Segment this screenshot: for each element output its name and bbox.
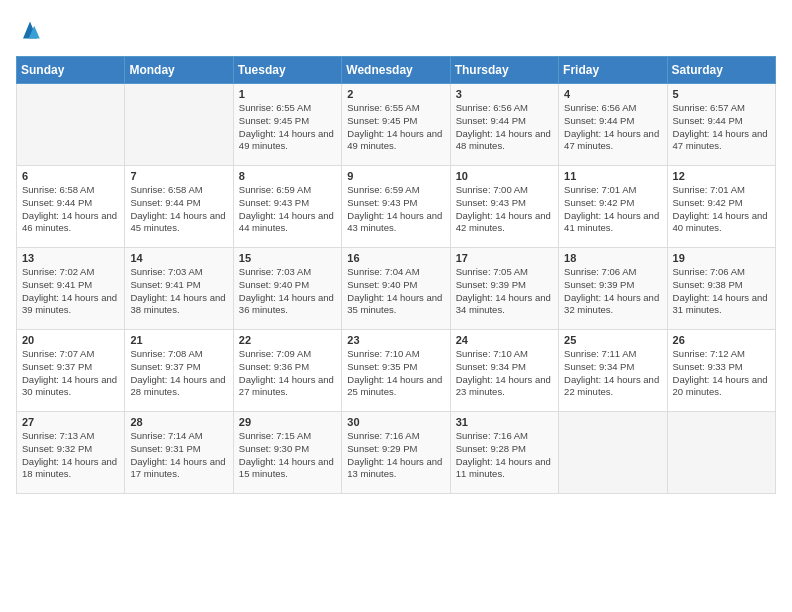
day-info: Sunrise: 7:03 AM Sunset: 9:41 PM Dayligh…	[130, 266, 227, 317]
day-info: Sunrise: 7:09 AM Sunset: 9:36 PM Dayligh…	[239, 348, 336, 399]
day-number: 28	[130, 416, 227, 428]
day-info: Sunrise: 7:07 AM Sunset: 9:37 PM Dayligh…	[22, 348, 119, 399]
calendar-day: 19Sunrise: 7:06 AM Sunset: 9:38 PM Dayli…	[667, 248, 775, 330]
weekday-header-row: SundayMondayTuesdayWednesdayThursdayFrid…	[17, 57, 776, 84]
day-info: Sunrise: 6:56 AM Sunset: 9:44 PM Dayligh…	[564, 102, 661, 153]
weekday-header-wednesday: Wednesday	[342, 57, 450, 84]
calendar-week-1: 1Sunrise: 6:55 AM Sunset: 9:45 PM Daylig…	[17, 84, 776, 166]
calendar-day: 4Sunrise: 6:56 AM Sunset: 9:44 PM Daylig…	[559, 84, 667, 166]
day-info: Sunrise: 7:12 AM Sunset: 9:33 PM Dayligh…	[673, 348, 770, 399]
day-info: Sunrise: 7:03 AM Sunset: 9:40 PM Dayligh…	[239, 266, 336, 317]
calendar-day: 28Sunrise: 7:14 AM Sunset: 9:31 PM Dayli…	[125, 412, 233, 494]
day-number: 12	[673, 170, 770, 182]
day-info: Sunrise: 7:16 AM Sunset: 9:28 PM Dayligh…	[456, 430, 553, 481]
calendar-day	[125, 84, 233, 166]
calendar-day: 7Sunrise: 6:58 AM Sunset: 9:44 PM Daylig…	[125, 166, 233, 248]
calendar-day: 3Sunrise: 6:56 AM Sunset: 9:44 PM Daylig…	[450, 84, 558, 166]
day-number: 31	[456, 416, 553, 428]
day-number: 4	[564, 88, 661, 100]
calendar-day: 6Sunrise: 6:58 AM Sunset: 9:44 PM Daylig…	[17, 166, 125, 248]
calendar-week-4: 20Sunrise: 7:07 AM Sunset: 9:37 PM Dayli…	[17, 330, 776, 412]
day-info: Sunrise: 7:00 AM Sunset: 9:43 PM Dayligh…	[456, 184, 553, 235]
day-number: 1	[239, 88, 336, 100]
day-number: 8	[239, 170, 336, 182]
day-number: 16	[347, 252, 444, 264]
logo-icon	[16, 16, 44, 44]
calendar-day: 30Sunrise: 7:16 AM Sunset: 9:29 PM Dayli…	[342, 412, 450, 494]
day-info: Sunrise: 7:13 AM Sunset: 9:32 PM Dayligh…	[22, 430, 119, 481]
weekday-header-sunday: Sunday	[17, 57, 125, 84]
day-number: 7	[130, 170, 227, 182]
calendar-day: 14Sunrise: 7:03 AM Sunset: 9:41 PM Dayli…	[125, 248, 233, 330]
day-number: 23	[347, 334, 444, 346]
day-number: 3	[456, 88, 553, 100]
calendar-day: 8Sunrise: 6:59 AM Sunset: 9:43 PM Daylig…	[233, 166, 341, 248]
weekday-header-monday: Monday	[125, 57, 233, 84]
calendar-body: 1Sunrise: 6:55 AM Sunset: 9:45 PM Daylig…	[17, 84, 776, 494]
day-info: Sunrise: 7:01 AM Sunset: 9:42 PM Dayligh…	[673, 184, 770, 235]
day-number: 9	[347, 170, 444, 182]
calendar-table: SundayMondayTuesdayWednesdayThursdayFrid…	[16, 56, 776, 494]
day-number: 21	[130, 334, 227, 346]
day-number: 30	[347, 416, 444, 428]
day-number: 26	[673, 334, 770, 346]
day-number: 17	[456, 252, 553, 264]
day-info: Sunrise: 7:02 AM Sunset: 9:41 PM Dayligh…	[22, 266, 119, 317]
day-number: 14	[130, 252, 227, 264]
day-info: Sunrise: 7:16 AM Sunset: 9:29 PM Dayligh…	[347, 430, 444, 481]
day-number: 25	[564, 334, 661, 346]
calendar-day: 21Sunrise: 7:08 AM Sunset: 9:37 PM Dayli…	[125, 330, 233, 412]
day-number: 20	[22, 334, 119, 346]
calendar-day: 9Sunrise: 6:59 AM Sunset: 9:43 PM Daylig…	[342, 166, 450, 248]
day-number: 27	[22, 416, 119, 428]
calendar-week-2: 6Sunrise: 6:58 AM Sunset: 9:44 PM Daylig…	[17, 166, 776, 248]
calendar-day: 26Sunrise: 7:12 AM Sunset: 9:33 PM Dayli…	[667, 330, 775, 412]
day-info: Sunrise: 7:15 AM Sunset: 9:30 PM Dayligh…	[239, 430, 336, 481]
calendar-day: 29Sunrise: 7:15 AM Sunset: 9:30 PM Dayli…	[233, 412, 341, 494]
day-number: 22	[239, 334, 336, 346]
day-number: 19	[673, 252, 770, 264]
day-info: Sunrise: 6:58 AM Sunset: 9:44 PM Dayligh…	[22, 184, 119, 235]
calendar-day	[17, 84, 125, 166]
day-info: Sunrise: 7:08 AM Sunset: 9:37 PM Dayligh…	[130, 348, 227, 399]
calendar-day: 15Sunrise: 7:03 AM Sunset: 9:40 PM Dayli…	[233, 248, 341, 330]
calendar-day	[667, 412, 775, 494]
calendar-day: 17Sunrise: 7:05 AM Sunset: 9:39 PM Dayli…	[450, 248, 558, 330]
calendar-day: 25Sunrise: 7:11 AM Sunset: 9:34 PM Dayli…	[559, 330, 667, 412]
logo	[16, 16, 48, 44]
day-number: 2	[347, 88, 444, 100]
calendar-day: 1Sunrise: 6:55 AM Sunset: 9:45 PM Daylig…	[233, 84, 341, 166]
calendar-week-3: 13Sunrise: 7:02 AM Sunset: 9:41 PM Dayli…	[17, 248, 776, 330]
calendar-day: 12Sunrise: 7:01 AM Sunset: 9:42 PM Dayli…	[667, 166, 775, 248]
calendar-day: 16Sunrise: 7:04 AM Sunset: 9:40 PM Dayli…	[342, 248, 450, 330]
day-number: 10	[456, 170, 553, 182]
calendar-day: 13Sunrise: 7:02 AM Sunset: 9:41 PM Dayli…	[17, 248, 125, 330]
day-info: Sunrise: 7:05 AM Sunset: 9:39 PM Dayligh…	[456, 266, 553, 317]
day-info: Sunrise: 6:55 AM Sunset: 9:45 PM Dayligh…	[239, 102, 336, 153]
calendar-day: 27Sunrise: 7:13 AM Sunset: 9:32 PM Dayli…	[17, 412, 125, 494]
calendar-day: 23Sunrise: 7:10 AM Sunset: 9:35 PM Dayli…	[342, 330, 450, 412]
calendar-header: SundayMondayTuesdayWednesdayThursdayFrid…	[17, 57, 776, 84]
day-info: Sunrise: 7:10 AM Sunset: 9:35 PM Dayligh…	[347, 348, 444, 399]
day-info: Sunrise: 6:58 AM Sunset: 9:44 PM Dayligh…	[130, 184, 227, 235]
day-info: Sunrise: 7:10 AM Sunset: 9:34 PM Dayligh…	[456, 348, 553, 399]
calendar-day: 31Sunrise: 7:16 AM Sunset: 9:28 PM Dayli…	[450, 412, 558, 494]
weekday-header-tuesday: Tuesday	[233, 57, 341, 84]
day-info: Sunrise: 7:04 AM Sunset: 9:40 PM Dayligh…	[347, 266, 444, 317]
weekday-header-friday: Friday	[559, 57, 667, 84]
day-info: Sunrise: 6:59 AM Sunset: 9:43 PM Dayligh…	[239, 184, 336, 235]
day-number: 6	[22, 170, 119, 182]
day-info: Sunrise: 7:14 AM Sunset: 9:31 PM Dayligh…	[130, 430, 227, 481]
day-info: Sunrise: 7:11 AM Sunset: 9:34 PM Dayligh…	[564, 348, 661, 399]
day-info: Sunrise: 6:57 AM Sunset: 9:44 PM Dayligh…	[673, 102, 770, 153]
calendar-day: 11Sunrise: 7:01 AM Sunset: 9:42 PM Dayli…	[559, 166, 667, 248]
day-info: Sunrise: 6:59 AM Sunset: 9:43 PM Dayligh…	[347, 184, 444, 235]
calendar-day	[559, 412, 667, 494]
weekday-header-saturday: Saturday	[667, 57, 775, 84]
calendar-day: 22Sunrise: 7:09 AM Sunset: 9:36 PM Dayli…	[233, 330, 341, 412]
day-number: 24	[456, 334, 553, 346]
day-info: Sunrise: 7:01 AM Sunset: 9:42 PM Dayligh…	[564, 184, 661, 235]
day-number: 18	[564, 252, 661, 264]
page-header	[16, 16, 776, 44]
day-number: 15	[239, 252, 336, 264]
